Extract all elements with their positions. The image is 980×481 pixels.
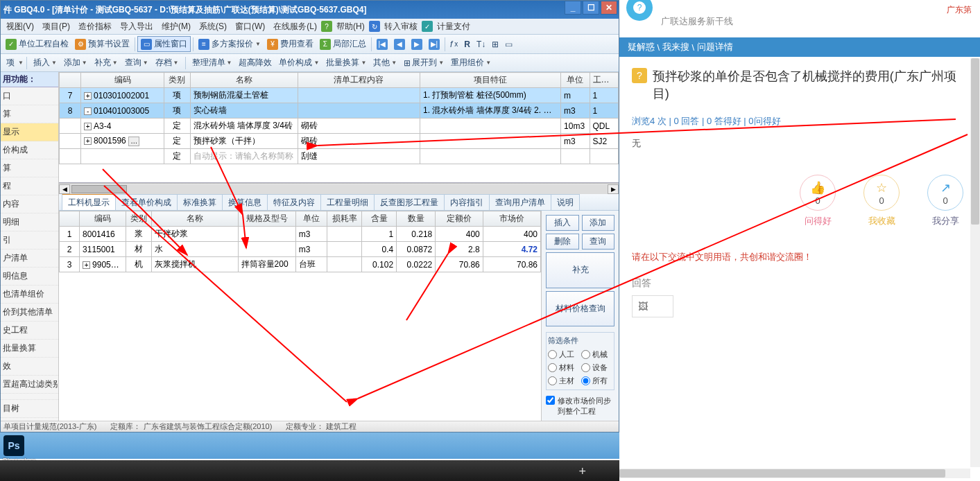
- tb-text[interactable]: T↓: [474, 38, 488, 51]
- tb-grid[interactable]: ⊞: [489, 38, 501, 51]
- tb-misc[interactable]: fx: [447, 38, 461, 51]
- col-header[interactable]: 定额价: [436, 211, 483, 227]
- sync-checkbox-input[interactable]: [546, 396, 555, 405]
- system-taskbar[interactable]: +: [0, 460, 619, 481]
- scroll-thumb[interactable]: [71, 185, 127, 193]
- detail-tab[interactable]: 反查图形工程量: [374, 194, 445, 211]
- function-item[interactable]: 内容: [1, 195, 58, 213]
- web-hscroll[interactable]: [619, 469, 970, 478]
- filter-radio[interactable]: 主材: [548, 375, 580, 387]
- minimize-button[interactable]: _: [565, 1, 581, 15]
- menu-maintain[interactable]: 维护(M): [157, 19, 195, 34]
- maximize-button[interactable]: ☐: [583, 1, 599, 15]
- btn-query[interactable]: 查询: [582, 234, 615, 250]
- col-header[interactable]: 单位: [295, 211, 327, 227]
- col-header[interactable]: 编码: [81, 73, 164, 88]
- detail-tab[interactable]: 查询用户清单: [489, 194, 551, 211]
- function-item[interactable]: 效: [1, 358, 58, 376]
- menu-online[interactable]: 在线服务(L): [269, 19, 321, 34]
- detail-tab[interactable]: 特征及内容: [267, 194, 321, 211]
- tb2-other[interactable]: 其他▼: [370, 55, 400, 70]
- menu-price-index[interactable]: 造价指标: [74, 19, 116, 34]
- tb-bold[interactable]: R: [461, 38, 473, 51]
- menu-view[interactable]: 视图(V): [2, 19, 38, 34]
- tree-toggle[interactable]: +: [84, 137, 92, 145]
- tb2-query[interactable]: 查询▼: [121, 55, 152, 70]
- menu-import-export[interactable]: 导入导出: [116, 19, 157, 34]
- table-row[interactable]: 23115001材水m30.40.08722.84.72: [60, 242, 541, 257]
- detail-tab[interactable]: 查看单价构成: [115, 194, 178, 211]
- table-row[interactable]: +8001596 …定预拌砂浆（干拌）砌砖m3SJ2: [60, 134, 619, 149]
- tb2-tidy[interactable]: 整理清单▼: [189, 55, 236, 70]
- function-item[interactable]: 目树: [1, 400, 58, 418]
- function-item[interactable]: 显示: [1, 123, 58, 141]
- menu-measure-pay[interactable]: 计量支付: [433, 19, 474, 34]
- tb-partial-sum[interactable]: Σ局部汇总: [317, 37, 369, 51]
- col-header[interactable]: 名称: [151, 211, 238, 227]
- function-item[interactable]: [1, 394, 58, 400]
- action-我分享[interactable]: ↗0我分享: [927, 175, 963, 227]
- col-header[interactable]: 工程量: [590, 73, 618, 88]
- col-header[interactable]: 类别: [164, 73, 190, 88]
- tb2-archive[interactable]: 存档▼: [152, 55, 182, 70]
- nav-next[interactable]: ▶: [409, 37, 425, 51]
- function-item[interactable]: 价构成: [1, 141, 58, 159]
- function-item[interactable]: 程: [1, 177, 58, 195]
- web-vscroll[interactable]: [970, 58, 980, 467]
- function-item[interactable]: 算: [1, 105, 58, 123]
- crumb-1[interactable]: 疑解惑: [628, 41, 655, 53]
- lower-grid[interactable]: 编码类别名称规格及型号单位损耗率含量数量定额价市场价 18001416浆干拌砂浆…: [59, 211, 541, 421]
- tree-toggle[interactable]: +: [84, 92, 92, 100]
- col-header[interactable]: 规格及型号: [238, 211, 295, 227]
- btn-add[interactable]: 添加: [582, 215, 615, 231]
- function-item[interactable]: 口: [1, 87, 58, 105]
- tb2-unitprice[interactable]: 单价构成▼: [275, 55, 323, 70]
- menu-project[interactable]: 项目(P): [38, 19, 74, 34]
- function-item[interactable]: 史工程: [1, 322, 58, 340]
- crumb-2[interactable]: 我来搜: [662, 41, 689, 53]
- tb-multi-plan[interactable]: ≡多方案报价▼: [196, 37, 264, 51]
- btn-insert[interactable]: 插入: [546, 215, 579, 231]
- function-item[interactable]: 户清单: [1, 250, 58, 268]
- tree-toggle[interactable]: +: [83, 261, 90, 269]
- tb-budget-setting[interactable]: ⚙预算书设置: [72, 37, 132, 51]
- col-header[interactable]: 清单工程内容: [298, 73, 420, 88]
- taskbar-plus-icon[interactable]: +: [578, 464, 586, 479]
- tb-fee-view[interactable]: ¥费用查看: [264, 37, 316, 51]
- sync-checkbox[interactable]: 修改市场价同步到整个工程: [546, 396, 614, 417]
- tb-doc[interactable]: ▭: [502, 38, 515, 51]
- tb2-left[interactable]: 项: [3, 55, 18, 70]
- filter-radio[interactable]: 材料: [548, 362, 580, 374]
- detail-tab[interactable]: 标准换算: [177, 194, 223, 211]
- more-button[interactable]: …: [128, 137, 139, 146]
- btn-delete[interactable]: 删除: [546, 234, 579, 250]
- detail-tab[interactable]: 工程量明细: [320, 194, 375, 211]
- filter-radio[interactable]: 人工: [548, 349, 580, 360]
- photoshop-icon[interactable]: Ps: [3, 435, 24, 456]
- function-item[interactable]: 批量换算: [1, 340, 58, 358]
- menu-window[interactable]: 窗口(W): [231, 19, 269, 34]
- hscroll-thumb[interactable]: [619, 469, 945, 478]
- tb2-batch[interactable]: 批量换算▼: [323, 55, 370, 70]
- function-item[interactable]: 置超高过滤类别: [1, 376, 58, 394]
- vscroll-thumb[interactable]: [971, 58, 979, 225]
- bill-table[interactable]: 编码类别名称清单工程内容项目特征单位工程量 7+010301002001项预制钢…: [59, 72, 619, 164]
- question-stats[interactable]: 浏览4 次 | 0 回答 | 0 答得好 | 0问得好: [632, 115, 968, 128]
- table-row[interactable]: +A3-4定混水砖外墙 墙体厚度 3/4砖砌砖10m3QDL: [60, 119, 619, 134]
- menu-audit[interactable]: 转入审核: [380, 19, 422, 34]
- image-upload-icon[interactable]: 🖼: [635, 299, 651, 314]
- tb-self-check[interactable]: ✓单位工程自检: [3, 37, 71, 51]
- function-item[interactable]: 算: [1, 159, 58, 177]
- upper-hscroll[interactable]: ◀ ▶: [59, 183, 619, 194]
- col-header[interactable]: 项目特征: [420, 73, 561, 88]
- table-row[interactable]: 3+9905691机灰浆搅拌机拌筒容量200台班0.1020.022270.86…: [60, 257, 541, 272]
- function-item[interactable]: 明细: [1, 213, 58, 231]
- tb2-insert[interactable]: 插入▼: [30, 55, 60, 70]
- tree-toggle[interactable]: -: [84, 107, 92, 115]
- region-link[interactable]: 广东第: [947, 4, 972, 16]
- upper-grid[interactable]: 编码类别名称清单工程内容项目特征单位工程量 7+010301002001项预制钢…: [59, 72, 619, 183]
- tb2-expand[interactable]: ⊞ 展开到▼: [400, 55, 447, 70]
- btn-price-query[interactable]: 材料价格查询: [546, 291, 614, 327]
- function-item[interactable]: 引: [1, 231, 58, 250]
- detail-tab[interactable]: 换算信息: [222, 194, 268, 211]
